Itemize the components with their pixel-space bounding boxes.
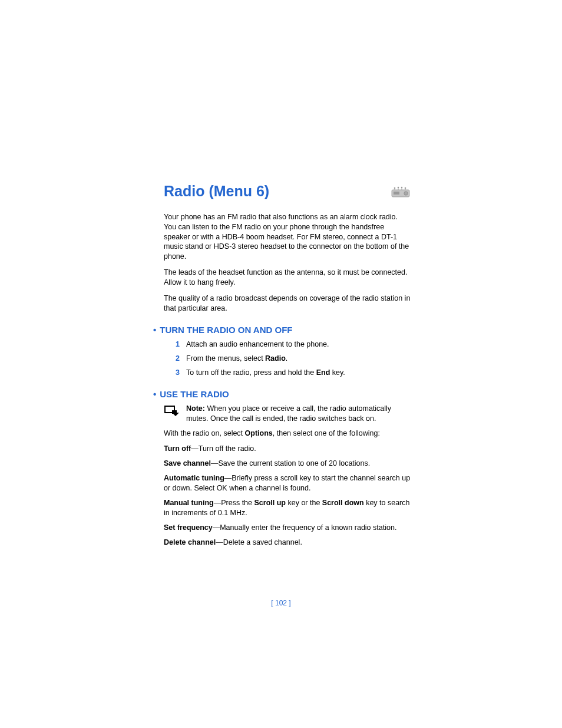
option-item: Delete channel—Delete a saved channel. bbox=[164, 538, 411, 548]
radio-icon bbox=[391, 186, 411, 197]
step-item: 2From the menus, select Radio. bbox=[176, 354, 411, 364]
svg-rect-2 bbox=[394, 192, 399, 195]
title-row: Radio (Menu 6) bbox=[164, 182, 411, 202]
step-item: 1Attach an audio enhancement to the phon… bbox=[176, 340, 411, 350]
options-lead: With the radio on, select Options, then … bbox=[164, 429, 411, 439]
note-text: Note: When you place or receive a call, … bbox=[186, 404, 411, 424]
section-heading-turn-on-off: •TURN THE RADIO ON AND OFF bbox=[153, 324, 411, 336]
step-item: 3To turn off the radio, press and hold t… bbox=[176, 368, 411, 378]
note-icon bbox=[164, 405, 180, 424]
steps-list: 1Attach an audio enhancement to the phon… bbox=[164, 340, 411, 378]
page-content: Radio (Menu 6) Your phone has an FM radi… bbox=[164, 182, 411, 552]
option-item: Set frequency—Manually enter the frequen… bbox=[164, 523, 411, 533]
svg-rect-13 bbox=[172, 410, 177, 414]
option-item: Save channel—Save the current station to… bbox=[164, 459, 411, 469]
page-number: [ 102 ] bbox=[0, 598, 562, 608]
svg-point-1 bbox=[404, 192, 408, 195]
svg-point-4 bbox=[398, 187, 399, 189]
section-heading-use-radio: •USE THE RADIO bbox=[153, 388, 411, 400]
intro-paragraph: The leads of the headset function as the… bbox=[164, 268, 411, 288]
intro-paragraph: The quality of a radio broadcast depends… bbox=[164, 294, 411, 314]
page-title: Radio (Menu 6) bbox=[164, 182, 269, 202]
note-block: Note: When you place or receive a call, … bbox=[164, 404, 411, 424]
svg-point-3 bbox=[394, 187, 396, 189]
option-item: Turn off—Turn off the radio. bbox=[164, 444, 411, 454]
intro-paragraph: Your phone has an FM radio that also fun… bbox=[164, 212, 411, 262]
option-item: Manual tuning—Press the Scroll up key or… bbox=[164, 498, 411, 518]
svg-point-5 bbox=[401, 187, 403, 189]
svg-point-6 bbox=[405, 187, 406, 189]
option-item: Automatic tuning—Briefly press a scroll … bbox=[164, 473, 411, 493]
